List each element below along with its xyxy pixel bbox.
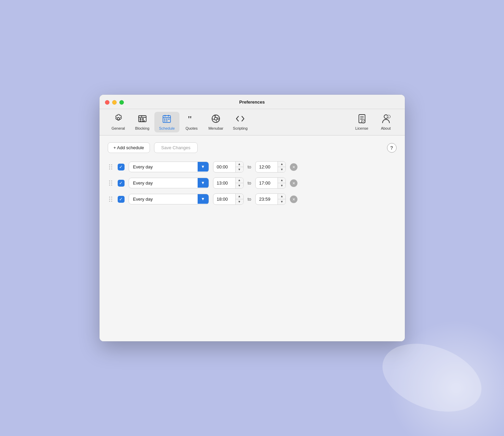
toolbar-item-blocking[interactable]: Blocking <box>130 112 154 132</box>
end-time-down-1[interactable]: ▼ <box>278 167 285 172</box>
day-select-text-3: Every day <box>129 194 198 204</box>
start-time-input-3[interactable] <box>213 194 235 204</box>
start-time-input-1[interactable] <box>213 162 235 172</box>
end-time-up-1[interactable]: ▲ <box>278 162 285 167</box>
end-time-field-1: ▲ ▼ <box>255 161 286 173</box>
end-time-down-2[interactable]: ▼ <box>278 183 285 188</box>
end-time-field-3: ▲ ▼ <box>255 193 286 205</box>
day-select-3[interactable]: Every day ▼ <box>129 194 209 204</box>
svg-rect-12 <box>166 119 168 120</box>
toolbar-item-license[interactable]: © License <box>350 112 374 132</box>
start-time-input-2[interactable] <box>213 178 235 188</box>
toolbar-label-about: About <box>381 126 391 130</box>
day-select-2[interactable]: Every day ▼ <box>129 178 209 188</box>
toolbar-item-about[interactable]: i About <box>374 112 398 132</box>
toolbar-label-license: License <box>355 126 368 130</box>
drag-handle[interactable] <box>108 179 114 187</box>
toolbar-item-scripting[interactable]: Scripting <box>228 112 253 132</box>
start-time-up-3[interactable]: ▲ <box>236 194 243 199</box>
svg-point-18 <box>214 117 217 120</box>
toolbar-label-schedule: Schedule <box>159 126 175 130</box>
end-time-input-3[interactable] <box>256 194 278 204</box>
schedule-list: ✓ Every day ▼ ▲ ▼ to ▲ ▼ <box>108 161 397 205</box>
start-time-up-2[interactable]: ▲ <box>236 178 243 183</box>
day-select-arrow-3[interactable]: ▼ <box>198 194 209 204</box>
end-time-input-1[interactable] <box>256 162 278 172</box>
start-time-stepper-3: ▲ ▼ <box>235 194 243 204</box>
main-content: + Add schedule Save Changes ? ✓ Every da… <box>99 135 405 341</box>
gear-icon <box>114 114 123 125</box>
svg-line-24 <box>217 119 219 120</box>
to-label-3: to <box>248 197 251 202</box>
blocking-icon <box>138 114 147 125</box>
preferences-window: Preferences General <box>99 95 405 341</box>
schedule-checkbox-1[interactable]: ✓ <box>118 164 125 170</box>
svg-rect-14 <box>164 120 166 121</box>
svg-text:": " <box>187 114 192 123</box>
code-icon <box>235 114 245 125</box>
svg-rect-11 <box>164 119 166 120</box>
drag-handle[interactable] <box>108 195 114 203</box>
svg-point-17 <box>212 115 220 122</box>
action-bar: + Add schedule Save Changes ? <box>108 142 397 153</box>
start-time-field-3: ▲ ▼ <box>213 193 244 205</box>
svg-line-21 <box>216 120 217 122</box>
table-row: ✓ Every day ▼ ▲ ▼ to ▲ ▼ <box>108 193 397 205</box>
toolbar-item-quotes[interactable]: " Quotes <box>179 112 203 132</box>
toolbar-label-menubar: Menubar <box>208 126 223 130</box>
end-time-up-3[interactable]: ▲ <box>278 194 285 199</box>
maximize-button[interactable] <box>119 100 124 105</box>
svg-text:i: i <box>388 116 389 118</box>
start-time-field-2: ▲ ▼ <box>213 177 244 189</box>
remove-schedule-3[interactable]: × <box>290 196 297 203</box>
toolbar-label-blocking: Blocking <box>135 126 150 130</box>
table-row: ✓ Every day ▼ ▲ ▼ to ▲ ▼ <box>108 177 397 189</box>
drag-handle[interactable] <box>108 163 114 171</box>
remove-schedule-2[interactable]: × <box>290 179 297 187</box>
to-label-2: to <box>248 180 251 186</box>
toolbar-item-menubar[interactable]: Menubar <box>203 112 228 132</box>
start-time-up-1[interactable]: ▲ <box>236 162 243 167</box>
toolbar-item-schedule[interactable]: Schedule <box>154 112 180 132</box>
end-time-up-2[interactable]: ▲ <box>278 178 285 183</box>
toolbar-label-quotes: Quotes <box>186 126 198 130</box>
end-time-stepper-2: ▲ ▼ <box>278 178 285 188</box>
close-button[interactable] <box>105 100 109 105</box>
save-changes-button[interactable]: Save Changes <box>154 142 198 153</box>
svg-rect-6 <box>142 120 145 121</box>
svg-rect-3 <box>140 118 141 120</box>
help-button[interactable]: ? <box>387 143 397 153</box>
svg-rect-15 <box>166 120 168 121</box>
start-time-down-3[interactable]: ▼ <box>236 199 243 204</box>
start-time-stepper-2: ▲ ▼ <box>235 178 243 188</box>
schedule-checkbox-3[interactable]: ✓ <box>118 196 125 203</box>
traffic-lights <box>105 100 124 105</box>
remove-schedule-1[interactable]: × <box>290 163 297 171</box>
toolbar-label-scripting: Scripting <box>233 126 248 130</box>
svg-rect-13 <box>168 119 170 120</box>
day-select-arrow-2[interactable]: ▼ <box>198 178 209 188</box>
svg-text:©: © <box>362 121 364 123</box>
svg-rect-5 <box>140 120 141 121</box>
schedule-checkbox-2[interactable]: ✓ <box>118 180 125 187</box>
day-select-text-2: Every day <box>129 178 198 188</box>
table-row: ✓ Every day ▼ ▲ ▼ to ▲ ▼ <box>108 161 397 173</box>
start-time-down-1[interactable]: ▼ <box>236 167 243 172</box>
minimize-button[interactable] <box>112 100 117 105</box>
toolbar-label-general: General <box>112 126 125 130</box>
aperture-icon <box>211 114 221 125</box>
quotes-icon: " <box>187 114 196 125</box>
end-time-stepper-1: ▲ ▼ <box>278 162 285 172</box>
day-select-arrow-1[interactable]: ▼ <box>198 162 209 172</box>
calendar-icon <box>162 114 172 125</box>
license-icon: © <box>357 114 367 125</box>
toolbar: General Blocking <box>99 109 405 135</box>
end-time-stepper-3: ▲ ▼ <box>278 194 285 204</box>
end-time-input-2[interactable] <box>256 178 278 188</box>
add-schedule-button[interactable]: + Add schedule <box>108 142 150 153</box>
start-time-stepper-1: ▲ ▼ <box>235 162 243 172</box>
end-time-down-3[interactable]: ▼ <box>278 199 285 204</box>
day-select-1[interactable]: Every day ▼ <box>129 162 209 172</box>
toolbar-item-general[interactable]: General <box>106 112 130 132</box>
start-time-down-2[interactable]: ▼ <box>236 183 243 188</box>
